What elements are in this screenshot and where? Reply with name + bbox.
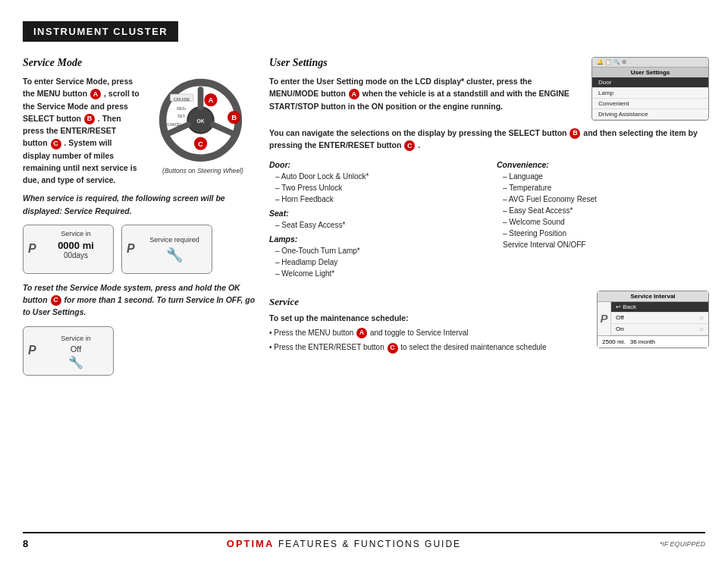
si-item-back: ↩ Back xyxy=(611,302,708,313)
door-item-2: – Two Press Unlock xyxy=(269,182,482,193)
si-p-badge: P xyxy=(598,302,611,335)
service-mode-intro: To enter Service Mode, press the MENU bu… xyxy=(23,75,140,186)
lamps-item-2: – Headlamp Delay xyxy=(269,256,482,268)
steering-wheel-image: A B C CRUISE RES+ SET- CANCEL OK xyxy=(148,75,254,162)
si-mi: 2500 mi. xyxy=(602,338,626,345)
navigate-text: You can navigate the selections on the d… xyxy=(269,127,709,152)
right-feature-list: Convenience: – Language – Temperature – … xyxy=(497,156,709,279)
screen3-value: Off xyxy=(46,344,105,354)
conv-item-6: – Steering Position xyxy=(497,228,709,239)
badge-b: B xyxy=(84,114,95,124)
when-service-text: When service is required, the following … xyxy=(23,192,258,217)
service-mode-title: Service Mode xyxy=(23,57,258,69)
screen2-title: Service required xyxy=(145,236,204,244)
service-item-2: • Press the ENTER/RESET button C to sele… xyxy=(269,341,589,354)
footer-note: *IF EQUIPPED xyxy=(660,540,705,548)
convenience-section-header: Convenience: xyxy=(497,160,709,169)
us-header: 🔔 📋 🔍 ⚙ xyxy=(592,58,708,68)
conv-item-2: – Temperature xyxy=(497,182,709,193)
us-item-convenient: Convenient xyxy=(592,99,708,109)
badge-b-right: B xyxy=(570,128,580,139)
svg-text:SET-: SET- xyxy=(177,115,186,118)
screen1-sub: 00days xyxy=(46,251,105,259)
svg-text:B: B xyxy=(231,113,237,121)
page-number: 8 xyxy=(23,538,28,549)
si-item-off: Off ○ xyxy=(611,313,708,324)
si-bottom: 2500 mi. 36 month xyxy=(598,335,708,348)
us-icons: 🔔 📋 🔍 ⚙ xyxy=(597,59,626,65)
badge-a2: A xyxy=(356,328,367,338)
service-screen-1: P Service in 0000 mi 00days xyxy=(23,225,114,274)
service-interval-screen: Service Interval P ↩ Back Off ○ On ○ 250… xyxy=(597,291,709,348)
conv-item-1: – Language xyxy=(497,171,709,182)
service-screen-2: P Service required 🔧 xyxy=(121,225,212,274)
page-footer: 8 OPTIMA FEATURES & FUNCTIONS GUIDE *IF … xyxy=(23,532,705,549)
si-header: Service Interval xyxy=(598,291,708,302)
door-section-header: Door: xyxy=(269,160,482,169)
footer-brand: OPTIMA xyxy=(227,538,275,549)
lamps-item-1: – One-Touch Turn Lamp* xyxy=(269,245,482,256)
screen1-title: Service in xyxy=(46,230,105,237)
svg-text:OK: OK xyxy=(197,118,205,124)
service-desc: To set up the maintenance schedule: xyxy=(269,312,589,324)
conv-item-4: – Easy Seat Access* xyxy=(497,205,709,216)
seat-item-1: – Seat Easy Access* xyxy=(269,219,482,231)
p-badge-3: P xyxy=(28,344,36,357)
badge-a: A xyxy=(90,89,101,99)
conv-item-5: – Welcome Sound xyxy=(497,216,709,228)
door-item-3: – Horn Feedback xyxy=(269,193,482,205)
si-month: 36 month xyxy=(630,338,655,345)
conv-item-7: Service Interval ON/OFF xyxy=(497,239,709,250)
left-feature-list: Door: – Auto Door Lock & Unlock* – Two P… xyxy=(269,156,482,279)
p-badge-2: P xyxy=(127,242,135,256)
lamps-item-3: – Welcome Light* xyxy=(269,268,482,279)
svg-text:RES+: RES+ xyxy=(177,107,187,111)
user-settings-title: User Settings xyxy=(269,57,576,69)
badge-c-right: C xyxy=(404,140,415,151)
reset-text: To reset the Service Mode system, press … xyxy=(23,282,258,319)
badge-c: C xyxy=(51,139,61,149)
p-badge-1: P xyxy=(28,242,36,256)
user-settings-screen: 🔔 📋 🔍 ⚙ User Settings Door Lamp Convenie… xyxy=(592,57,709,121)
us-item-door: Door xyxy=(592,77,708,88)
badge-a-right: A xyxy=(349,89,359,99)
right-column: User Settings To enter the User Setting … xyxy=(269,57,709,354)
feature-lists: Door: – Auto Door Lock & Unlock* – Two P… xyxy=(269,156,709,279)
service-screen-3: P Service in Off 🔧 xyxy=(23,326,114,376)
badge-c2: C xyxy=(51,295,61,306)
seat-section-header: Seat: xyxy=(269,209,482,218)
svg-text:C: C xyxy=(198,140,203,148)
service-screen-3-wrapper: P Service in Off 🔧 xyxy=(23,326,258,376)
header-banner: INSTRUMENT CLUSTER xyxy=(23,21,178,42)
si-item-on: On ○ xyxy=(611,324,708,335)
footer-brand-title: OPTIMA FEATURES & FUNCTIONS GUIDE xyxy=(227,538,461,549)
screen2-icon: 🔧 xyxy=(145,247,204,263)
us-title: User Settings xyxy=(592,68,708,77)
steering-caption: (Buttons on Steering Wheel) xyxy=(148,167,258,175)
service-section-title: Service xyxy=(269,296,589,308)
user-settings-intro: To enter the User Setting mode on the LC… xyxy=(269,75,576,112)
svg-text:CANCEL: CANCEL xyxy=(167,123,182,127)
lamps-section-header: Lamps: xyxy=(269,234,482,244)
us-item-lamp: Lamp xyxy=(592,88,708,99)
service-item-1: • Press the MENU button A and toggle to … xyxy=(269,327,589,339)
door-item-1: – Auto Door Lock & Unlock* xyxy=(269,171,482,182)
svg-text:CRUISE: CRUISE xyxy=(174,97,190,102)
svg-line-4 xyxy=(213,124,236,134)
screen3-icon: 🔧 xyxy=(46,355,105,370)
conv-item-3: – AVG Fuel Economy Reset xyxy=(497,193,709,205)
footer-subtitle: FEATURES & FUNCTIONS GUIDE xyxy=(278,539,461,549)
svg-text:A: A xyxy=(208,96,213,104)
us-item-driving: Driving Assistance xyxy=(592,109,708,120)
left-column: Service Mode To enter Service Mode, pres… xyxy=(23,57,258,376)
screen1-value: 0000 mi xyxy=(46,240,105,251)
badge-c3: C xyxy=(388,343,398,354)
service-screens-row: P Service in 0000 mi 00days P Service re… xyxy=(23,225,258,274)
screen3-title: Service in xyxy=(46,335,105,342)
